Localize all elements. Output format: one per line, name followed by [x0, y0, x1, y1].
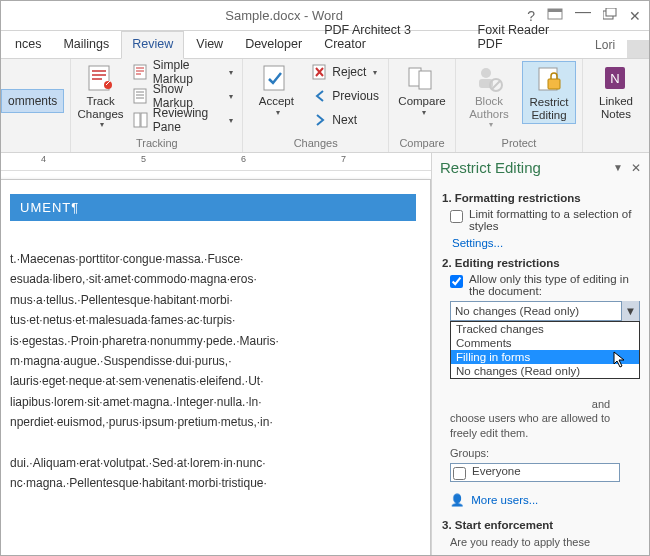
option-comments[interactable]: Comments — [451, 336, 639, 350]
group-label-protect: Protect — [462, 135, 576, 152]
section-enforcement: 3. Start enforcement — [442, 519, 639, 531]
limit-formatting-checkbox[interactable]: Limit formatting to a selection of style… — [450, 208, 639, 232]
document-heading: UMENT¶ — [10, 194, 416, 221]
horizontal-ruler[interactable]: 4 5 6 7 — [1, 153, 431, 171]
more-users-link[interactable]: More users... — [471, 494, 538, 506]
tab-pdfarchitect[interactable]: PDF Architect 3 Creator — [314, 18, 465, 58]
document-body: t.·Maecenas·porttitor·congue·massa.·Fusc… — [10, 249, 416, 494]
svg-rect-10 — [264, 66, 284, 90]
reject-button[interactable]: Reject — [309, 61, 382, 83]
person-icon: 👤 — [450, 494, 464, 506]
pane-options-icon[interactable]: ▼ — [613, 162, 623, 173]
editing-type-options: Tracked changes Comments Filling in form… — [450, 321, 640, 379]
block-authors-button[interactable]: Block Authors — [462, 61, 516, 131]
markup-display-dropdown[interactable]: Simple Markup — [130, 61, 236, 83]
group-label-tracking: Tracking — [77, 135, 236, 152]
restore-icon[interactable] — [603, 8, 617, 23]
close-icon[interactable]: ✕ — [629, 8, 641, 24]
svg-text:N: N — [610, 71, 619, 86]
option-tracked-changes[interactable]: Tracked changes — [451, 322, 639, 336]
tab-mailings[interactable]: Mailings — [53, 32, 119, 58]
group-label-compare: Compare — [395, 135, 449, 152]
minimize-icon[interactable]: — — [575, 3, 591, 21]
pane-close-icon[interactable]: ✕ — [631, 161, 641, 175]
previous-change-button[interactable]: Previous — [309, 85, 382, 107]
section-editing: 2. Editing restrictions — [442, 257, 639, 269]
show-markup-dropdown[interactable]: Show Markup — [130, 85, 236, 107]
editing-type-dropdown[interactable]: No changes (Read only) ▼ Tracked changes… — [450, 301, 639, 321]
group-label-changes: Changes — [249, 135, 382, 152]
svg-rect-7 — [134, 89, 146, 103]
account-name[interactable]: Lori — [591, 38, 619, 58]
svg-rect-1 — [548, 9, 562, 12]
ribbon-tabs: nces Mailings Review View Developer PDF … — [1, 31, 649, 59]
svg-point-14 — [481, 68, 491, 78]
document-page[interactable]: UMENT¶ t.·Maecenas·porttitor·congue·mass… — [1, 179, 431, 556]
tab-foxit[interactable]: Foxit Reader PDF — [468, 18, 588, 58]
group-onenote: N Linked Notes — [583, 59, 649, 152]
svg-point-5 — [104, 81, 112, 89]
group-tracking: Track Changes Simple Markup Show Markup … — [71, 59, 243, 152]
linked-notes-button[interactable]: N Linked Notes — [589, 61, 643, 122]
compare-button[interactable]: Compare — [395, 61, 449, 119]
next-change-button[interactable]: Next — [309, 109, 382, 131]
ribbon: omments Track Changes Simple Markup Show… — [1, 59, 649, 153]
pane-title: Restrict Editing — [440, 159, 613, 176]
svg-rect-9 — [141, 113, 147, 127]
restrict-editing-pane: Restrict Editing ▼ ✕ 1. Formatting restr… — [431, 153, 649, 556]
allow-editing-checkbox[interactable]: Allow only this type of editing in the d… — [450, 273, 639, 297]
option-read-only[interactable]: No changes (Read only) — [451, 364, 639, 378]
track-changes-button[interactable]: Track Changes — [77, 61, 123, 131]
group-changes: Accept Reject Previous Next Changes — [243, 59, 389, 152]
mouse-cursor-icon — [613, 351, 627, 369]
tab-developer[interactable]: Developer — [235, 32, 312, 58]
document-area[interactable]: 4 5 6 7 UMENT¶ t.·Maecenas·porttitor·con… — [1, 153, 431, 556]
section-formatting: 1. Formatting restrictions — [442, 192, 639, 204]
restrict-editing-button[interactable]: Restrict Editing — [522, 61, 576, 124]
chevron-down-icon[interactable]: ▼ — [621, 301, 639, 321]
group-protect: Block Authors Restrict Editing Protect — [456, 59, 583, 152]
reviewing-pane-dropdown[interactable]: Reviewing Pane — [130, 109, 236, 131]
tab-view[interactable]: View — [186, 32, 233, 58]
group-compare: Compare Compare — [389, 59, 456, 152]
groups-list[interactable]: Everyone — [450, 463, 620, 482]
option-filling-forms[interactable]: Filling in forms — [451, 350, 639, 364]
groups-label: Groups: — [450, 446, 639, 460]
formatting-settings-link[interactable]: Settings... — [452, 237, 503, 249]
svg-rect-13 — [419, 71, 431, 89]
tab-review[interactable]: Review — [121, 31, 184, 59]
account-avatar[interactable] — [627, 40, 649, 58]
svg-rect-6 — [134, 65, 146, 79]
svg-rect-8 — [134, 113, 140, 127]
tab-references[interactable]: nces — [5, 32, 51, 58]
show-comments-toggle[interactable]: omments — [1, 89, 64, 113]
svg-rect-3 — [606, 8, 616, 16]
accept-button[interactable]: Accept — [249, 61, 303, 119]
svg-rect-18 — [548, 79, 560, 89]
